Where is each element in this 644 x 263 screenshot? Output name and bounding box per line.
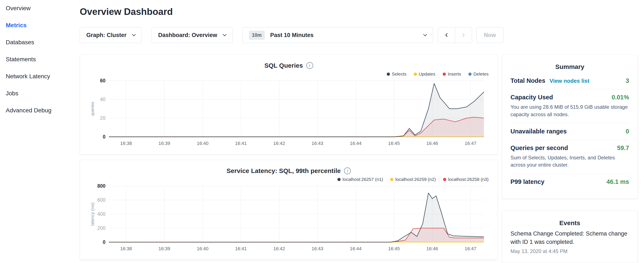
legend-dot-icon	[468, 73, 472, 76]
prev-interval-button[interactable]: ‹	[438, 28, 455, 43]
summary-label: Capacity Used	[510, 94, 553, 101]
summary-label: P99 latency	[510, 178, 544, 185]
info-icon[interactable]: i	[344, 167, 351, 174]
graph-scope-dropdown[interactable]: Graph: Cluster	[80, 27, 142, 43]
dashboard-dropdown-label: Dashboard: Overview	[158, 32, 217, 39]
legend-label: Inserts	[448, 72, 461, 77]
legend-dot-icon	[414, 73, 417, 76]
sidebar-item-databases[interactable]: Databases	[6, 39, 80, 46]
summary-desc: You are using 28.6 MiB of 515.9 GiB usab…	[510, 103, 629, 118]
svg-text:16:39: 16:39	[158, 141, 170, 146]
main-content: Overview Dashboard Graph: Cluster Dashbo…	[80, 0, 644, 263]
service-latency-chart-panel: Service Latency: SQL, 99th percentile i …	[80, 160, 498, 260]
time-range-badge: 10m	[249, 31, 265, 40]
legend-item[interactable]: localhost:26259 (n2)	[390, 177, 436, 182]
svg-text:0: 0	[103, 239, 106, 245]
svg-text:latency (ms): latency (ms)	[90, 203, 95, 226]
next-interval-button[interactable]: ›	[455, 28, 472, 43]
summary-desc: Sum of Selects, Updates, Inserts, and De…	[510, 154, 629, 169]
svg-text:0: 0	[103, 134, 106, 140]
svg-text:16:46: 16:46	[426, 246, 438, 251]
svg-text:60: 60	[100, 78, 106, 83]
time-pager: ‹ ›	[438, 27, 472, 43]
controls-bar: Graph: Cluster Dashboard: Overview 10m P…	[80, 27, 638, 43]
svg-text:16:38: 16:38	[120, 246, 132, 251]
summary-row: Queries per second59.7Sum of Selects, Up…	[510, 140, 629, 174]
summary-rows: Total NodesView nodes list3Capacity Used…	[510, 73, 629, 190]
legend-dot-icon	[338, 178, 340, 181]
sidebar-item-jobs[interactable]: Jobs	[6, 90, 80, 97]
summary-value: 59.7	[617, 144, 629, 151]
chart-canvas[interactable]: 020040060080016:3816:3916:4016:4116:4216…	[88, 183, 490, 254]
summary-row: P99 latency46.1 ms	[510, 173, 629, 190]
summary-row: Unavailable ranges0	[510, 123, 629, 140]
legend-item[interactable]: Updates	[414, 72, 436, 77]
svg-text:queries: queries	[90, 102, 95, 116]
chevron-down-icon	[423, 32, 427, 36]
summary-label: Total Nodes	[510, 77, 545, 84]
chart-title: SQL Queries	[264, 62, 303, 69]
event-item[interactable]: Schema Change Completed: Schema change w…	[510, 229, 629, 254]
svg-text:400: 400	[98, 211, 106, 217]
time-range-picker[interactable]: 10m Past 10 Minutes	[242, 27, 433, 43]
svg-text:16:43: 16:43	[312, 246, 323, 251]
legend-item[interactable]: Inserts	[443, 72, 461, 77]
event-time: May 13, 2020 at 4:45 PM	[510, 248, 629, 254]
legend-item[interactable]: localhost:26257 (n1)	[338, 177, 383, 182]
chart-title-row: SQL Queries i	[88, 62, 490, 69]
svg-text:16:42: 16:42	[273, 246, 285, 251]
svg-text:800: 800	[98, 183, 106, 189]
chart-legend: SelectsUpdatesInsertsDeletes	[88, 71, 488, 77]
summary-link[interactable]: View nodes list	[550, 78, 589, 84]
chart-title-row: Service Latency: SQL, 99th percentile i	[88, 167, 490, 174]
sidebar-item-overview[interactable]: Overview	[6, 5, 80, 12]
summary-value: 3	[626, 77, 629, 84]
svg-text:16:47: 16:47	[464, 141, 476, 146]
now-button[interactable]: Now	[476, 27, 504, 43]
charts-column: SQL Queries i SelectsUpdatesInsertsDelet…	[80, 55, 498, 263]
sidebar-item-statements[interactable]: Statements	[6, 56, 80, 63]
events-panel: Events Schema Change Completed: Schema c…	[502, 211, 638, 263]
summary-label: Queries per second	[510, 144, 568, 151]
summary-row: Capacity Used0.01%You are using 28.6 MiB…	[510, 89, 629, 123]
summary-value: 46.1 ms	[606, 178, 629, 185]
legend-item[interactable]: Deletes	[468, 72, 488, 77]
summary-value: 0.01%	[612, 94, 629, 101]
svg-text:16:40: 16:40	[197, 141, 208, 146]
chart-legend: localhost:26257 (n1)localhost:26259 (n2)…	[88, 176, 488, 183]
sidebar-item-advanced-debug[interactable]: Advanced Debug	[6, 107, 80, 114]
legend-item[interactable]: Selects	[387, 72, 406, 77]
page-title: Overview Dashboard	[80, 7, 638, 17]
dashboard-dropdown[interactable]: Dashboard: Overview	[152, 27, 232, 43]
svg-text:16:45: 16:45	[388, 141, 400, 146]
legend-dot-icon	[390, 178, 393, 181]
sidebar-item-metrics[interactable]: Metrics	[6, 22, 80, 29]
sidebar-item-network-latency[interactable]: Network Latency	[6, 73, 80, 80]
legend-item[interactable]: localhost:26258 (n3)	[443, 177, 488, 182]
svg-text:600: 600	[98, 197, 106, 203]
chart-title: Service Latency: SQL, 99th percentile	[227, 167, 341, 174]
svg-text:16:39: 16:39	[158, 246, 170, 251]
svg-text:16:44: 16:44	[350, 246, 362, 251]
legend-dot-icon	[443, 178, 446, 181]
svg-text:16:44: 16:44	[350, 141, 362, 146]
svg-text:16:45: 16:45	[388, 246, 400, 251]
legend-label: localhost:26258 (n3)	[448, 177, 488, 182]
svg-text:16:41: 16:41	[235, 141, 247, 146]
svg-text:40: 40	[100, 97, 106, 102]
svg-text:16:43: 16:43	[312, 141, 323, 146]
legend-dot-icon	[443, 73, 446, 76]
svg-text:16:46: 16:46	[426, 141, 438, 146]
sql-queries-chart-panel: SQL Queries i SelectsUpdatesInsertsDelet…	[80, 55, 498, 154]
legend-label: Updates	[419, 72, 436, 77]
time-range-label: Past 10 Minutes	[270, 32, 418, 39]
svg-text:16:41: 16:41	[235, 246, 247, 251]
summary-value: 0	[626, 128, 629, 135]
legend-label: Selects	[392, 72, 406, 77]
svg-text:20: 20	[100, 115, 106, 121]
info-icon[interactable]: i	[306, 62, 313, 69]
summary-row: Total NodesView nodes list3	[510, 73, 629, 89]
chevron-down-icon	[222, 32, 226, 36]
chart-canvas[interactable]: 020406016:3816:3916:4016:4116:4216:4316:…	[88, 77, 490, 149]
event-text: Schema Change Completed: Schema change w…	[510, 229, 629, 246]
